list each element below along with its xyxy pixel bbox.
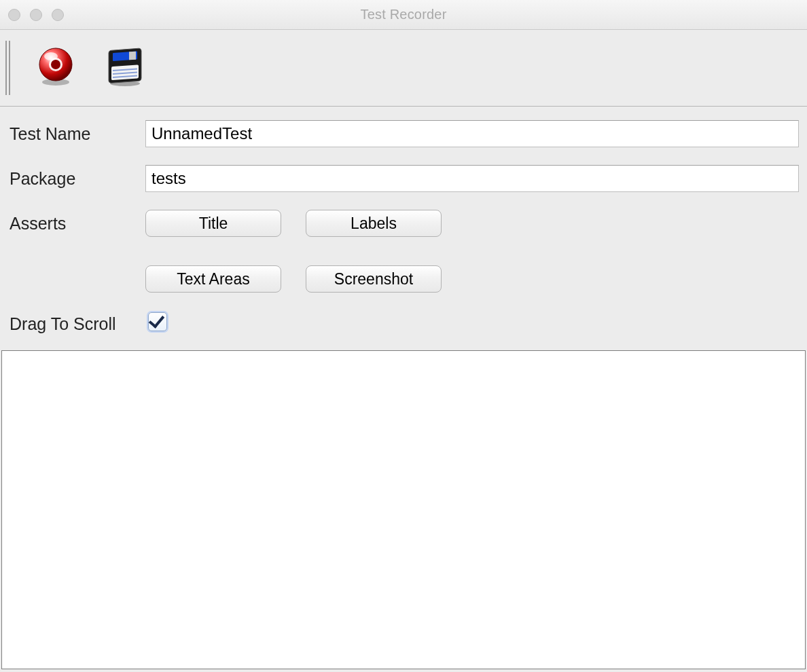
window-controls bbox=[8, 9, 64, 21]
record-icon bbox=[34, 44, 77, 92]
assert-text-areas-button[interactable]: Text Areas bbox=[145, 265, 281, 293]
recording-output-pane[interactable] bbox=[1, 350, 806, 669]
svg-point-4 bbox=[44, 52, 58, 60]
assert-title-button[interactable]: Title bbox=[145, 210, 281, 237]
svg-point-3 bbox=[51, 60, 60, 69]
minimize-window-button[interactable] bbox=[30, 9, 42, 21]
test-name-label: Test Name bbox=[10, 124, 145, 144]
zoom-window-button[interactable] bbox=[52, 9, 64, 21]
assert-screenshot-button[interactable]: Screenshot bbox=[306, 265, 442, 293]
assert-labels-button[interactable]: Labels bbox=[306, 210, 442, 237]
drag-to-scroll-label: Drag To Scroll bbox=[10, 314, 145, 334]
record-button[interactable] bbox=[31, 43, 80, 92]
form-area: Test Name Package Asserts Title Labels T… bbox=[0, 107, 807, 344]
close-window-button[interactable] bbox=[8, 9, 20, 21]
save-icon bbox=[103, 44, 147, 92]
asserts-label: Asserts bbox=[10, 210, 145, 234]
svg-rect-9 bbox=[129, 52, 136, 60]
package-input[interactable] bbox=[145, 165, 799, 192]
save-button[interactable] bbox=[101, 43, 149, 92]
titlebar: Test Recorder bbox=[0, 0, 807, 30]
window-title: Test Recorder bbox=[0, 0, 807, 29]
toolbar bbox=[0, 30, 807, 107]
drag-to-scroll-cell bbox=[145, 310, 799, 337]
asserts-button-group: Title Labels Text Areas Screenshot bbox=[145, 210, 799, 293]
toolbar-grip[interactable] bbox=[4, 37, 11, 99]
test-name-input[interactable] bbox=[145, 120, 799, 147]
drag-to-scroll-checkbox[interactable] bbox=[148, 312, 167, 331]
package-label: Package bbox=[10, 169, 145, 189]
